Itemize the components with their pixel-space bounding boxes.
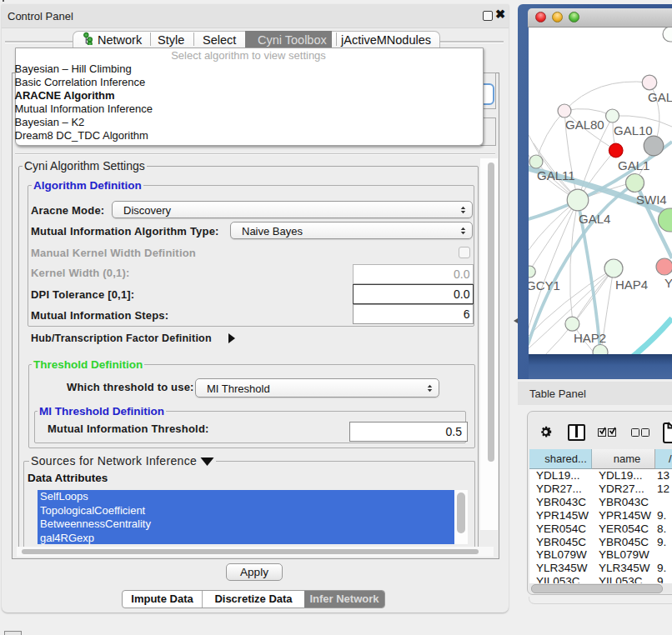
svg-text:GAL4: GAL4 [579, 212, 610, 226]
svg-text:GAL7: GAL7 [648, 90, 672, 104]
svg-text:GAL80: GAL80 [565, 118, 604, 132]
svg-text:HAP2: HAP2 [574, 331, 606, 345]
svg-text:GAL1: GAL1 [618, 158, 649, 172]
svg-text:HAP4: HAP4 [615, 278, 648, 292]
svg-text:SWI4: SWI4 [636, 192, 667, 207]
svg-text:GCY1: GCY1 [529, 278, 560, 292]
svg-text:Y: Y [664, 276, 672, 290]
svg-text:GAL10: GAL10 [614, 123, 653, 138]
svg-text:GAL11: GAL11 [537, 168, 575, 182]
